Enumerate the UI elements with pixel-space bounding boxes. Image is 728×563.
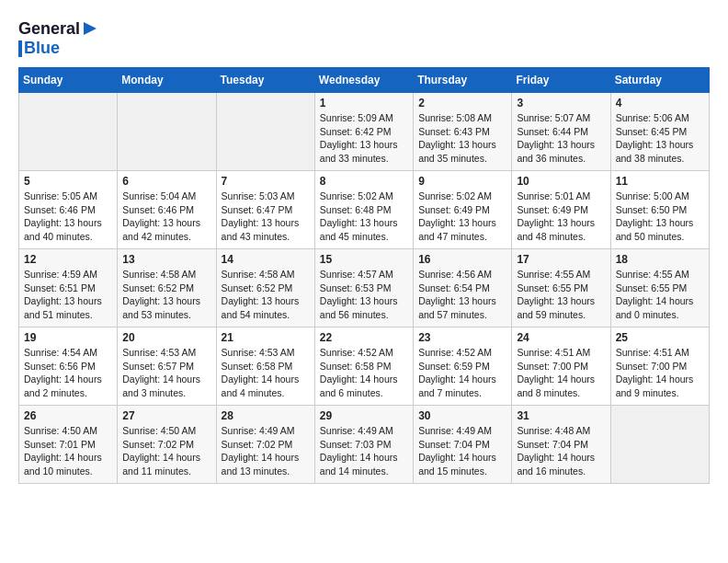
day-number: 5 bbox=[24, 175, 112, 188]
day-info: Sunrise: 4:49 AM bbox=[418, 424, 506, 438]
calendar-cell: 22Sunrise: 4:52 AMSunset: 6:58 PMDayligh… bbox=[314, 327, 413, 406]
day-info: Sunset: 6:46 PM bbox=[24, 203, 112, 217]
day-info: Daylight: 14 hours bbox=[24, 451, 112, 465]
day-info: Sunset: 7:00 PM bbox=[517, 360, 605, 373]
calendar-cell: 30Sunrise: 4:49 AMSunset: 7:04 PMDayligh… bbox=[414, 406, 512, 484]
day-info: Sunrise: 4:53 AM bbox=[222, 346, 310, 360]
calendar-cell: 6Sunrise: 5:04 AMSunset: 6:46 PMDaylight… bbox=[118, 171, 216, 249]
day-info: Sunset: 6:58 PM bbox=[222, 360, 310, 373]
logo: General Blue bbox=[18, 18, 100, 58]
calendar-cell: 11Sunrise: 5:00 AMSunset: 6:50 PMDayligh… bbox=[610, 171, 709, 249]
day-number: 14 bbox=[222, 253, 310, 266]
day-number: 24 bbox=[517, 331, 605, 344]
day-info: Sunrise: 5:00 AM bbox=[616, 190, 704, 203]
day-info: Daylight: 14 hours bbox=[418, 451, 506, 465]
day-number: 21 bbox=[222, 331, 310, 344]
day-info: Sunrise: 5:04 AM bbox=[122, 190, 210, 203]
day-info: Sunset: 6:59 PM bbox=[418, 360, 506, 373]
day-number: 20 bbox=[122, 331, 210, 344]
day-info: and 54 minutes. bbox=[222, 308, 310, 322]
day-number: 15 bbox=[320, 253, 408, 266]
logo-general: General bbox=[18, 19, 80, 39]
calendar-cell bbox=[118, 93, 216, 171]
day-info: Daylight: 13 hours bbox=[418, 138, 506, 152]
calendar-cell: 3Sunrise: 5:07 AMSunset: 6:44 PMDaylight… bbox=[512, 93, 610, 171]
calendar-cell: 21Sunrise: 4:53 AMSunset: 6:58 PMDayligh… bbox=[216, 327, 314, 406]
day-info: Daylight: 13 hours bbox=[24, 216, 112, 230]
day-info: Sunset: 6:52 PM bbox=[122, 282, 210, 295]
day-info: Daylight: 13 hours bbox=[320, 216, 408, 230]
day-number: 12 bbox=[24, 253, 112, 266]
day-info: and 59 minutes. bbox=[517, 308, 605, 322]
calendar-cell: 5Sunrise: 5:05 AMSunset: 6:46 PMDaylight… bbox=[19, 171, 118, 249]
calendar-cell: 16Sunrise: 4:56 AMSunset: 6:54 PMDayligh… bbox=[414, 249, 512, 327]
day-info: Daylight: 14 hours bbox=[418, 373, 506, 386]
day-info: Daylight: 14 hours bbox=[320, 451, 408, 465]
day-info: and 43 minutes. bbox=[222, 230, 310, 244]
day-info: and 9 minutes. bbox=[616, 386, 704, 400]
day-info: Sunrise: 4:52 AM bbox=[320, 346, 408, 360]
day-info: Sunrise: 4:48 AM bbox=[517, 424, 605, 438]
day-info: and 3 minutes. bbox=[122, 386, 210, 400]
day-info: and 11 minutes. bbox=[122, 465, 210, 478]
day-info: Sunrise: 4:55 AM bbox=[616, 268, 704, 282]
day-number: 31 bbox=[517, 409, 605, 422]
day-number: 13 bbox=[122, 253, 210, 266]
day-info: Sunrise: 4:54 AM bbox=[24, 346, 112, 360]
day-info: Sunset: 6:51 PM bbox=[24, 282, 112, 295]
day-info: Sunset: 6:52 PM bbox=[222, 282, 310, 295]
calendar-cell: 25Sunrise: 4:51 AMSunset: 7:00 PMDayligh… bbox=[610, 327, 709, 406]
day-number: 16 bbox=[418, 253, 506, 266]
day-number: 22 bbox=[320, 331, 408, 344]
day-info: and 38 minutes. bbox=[616, 152, 704, 166]
calendar-cell: 12Sunrise: 4:59 AMSunset: 6:51 PMDayligh… bbox=[19, 249, 118, 327]
calendar-cell: 29Sunrise: 4:49 AMSunset: 7:03 PMDayligh… bbox=[314, 406, 413, 484]
day-info: Sunrise: 5:02 AM bbox=[320, 190, 408, 203]
calendar-cell: 9Sunrise: 5:02 AMSunset: 6:49 PMDaylight… bbox=[414, 171, 512, 249]
day-number: 7 bbox=[222, 175, 310, 188]
day-info: Daylight: 14 hours bbox=[24, 373, 112, 386]
day-info: Daylight: 14 hours bbox=[320, 373, 408, 386]
day-info: Sunset: 6:47 PM bbox=[222, 203, 310, 217]
day-info: Daylight: 14 hours bbox=[222, 451, 310, 465]
day-info: Sunrise: 4:50 AM bbox=[24, 424, 112, 438]
day-info: and 33 minutes. bbox=[320, 152, 408, 166]
day-info: and 47 minutes. bbox=[418, 230, 506, 244]
day-info: Sunrise: 4:51 AM bbox=[616, 346, 704, 360]
day-info: and 57 minutes. bbox=[418, 308, 506, 322]
calendar-cell: 14Sunrise: 4:58 AMSunset: 6:52 PMDayligh… bbox=[216, 249, 314, 327]
day-info: Daylight: 13 hours bbox=[222, 294, 310, 308]
calendar-cell: 31Sunrise: 4:48 AMSunset: 7:04 PMDayligh… bbox=[512, 406, 610, 484]
day-info: Daylight: 13 hours bbox=[616, 138, 704, 152]
day-number: 30 bbox=[418, 409, 506, 422]
day-info: Sunset: 6:48 PM bbox=[320, 203, 408, 217]
weekday-header-sunday: Sunday bbox=[19, 68, 118, 93]
day-info: Daylight: 13 hours bbox=[418, 294, 506, 308]
day-info: Daylight: 13 hours bbox=[517, 294, 605, 308]
day-info: Sunset: 7:02 PM bbox=[222, 438, 310, 452]
weekday-header-tuesday: Tuesday bbox=[216, 68, 314, 93]
day-info: Daylight: 13 hours bbox=[320, 294, 408, 308]
calendar-cell: 13Sunrise: 4:58 AMSunset: 6:52 PMDayligh… bbox=[118, 249, 216, 327]
day-info: Sunrise: 4:58 AM bbox=[122, 268, 210, 282]
day-info: Sunrise: 4:53 AM bbox=[122, 346, 210, 360]
day-info: Daylight: 14 hours bbox=[616, 294, 704, 308]
day-info: Sunset: 7:04 PM bbox=[418, 438, 506, 452]
weekday-header-saturday: Saturday bbox=[610, 68, 709, 93]
day-number: 6 bbox=[122, 175, 210, 188]
day-info: Sunset: 7:03 PM bbox=[320, 438, 408, 452]
day-info: and 0 minutes. bbox=[616, 308, 704, 322]
day-number: 9 bbox=[418, 175, 506, 188]
calendar-cell: 2Sunrise: 5:08 AMSunset: 6:43 PMDaylight… bbox=[414, 93, 512, 171]
logo-blue: Blue bbox=[24, 39, 60, 58]
day-info: Daylight: 14 hours bbox=[122, 373, 210, 386]
day-info: and 53 minutes. bbox=[122, 308, 210, 322]
svg-marker-0 bbox=[84, 22, 97, 35]
calendar-cell: 19Sunrise: 4:54 AMSunset: 6:56 PMDayligh… bbox=[19, 327, 118, 406]
calendar-cell: 26Sunrise: 4:50 AMSunset: 7:01 PMDayligh… bbox=[19, 406, 118, 484]
day-info: and 42 minutes. bbox=[122, 230, 210, 244]
day-info: and 4 minutes. bbox=[222, 386, 310, 400]
day-info: Sunset: 6:43 PM bbox=[418, 125, 506, 139]
day-number: 11 bbox=[616, 175, 704, 188]
day-info: and 56 minutes. bbox=[320, 308, 408, 322]
